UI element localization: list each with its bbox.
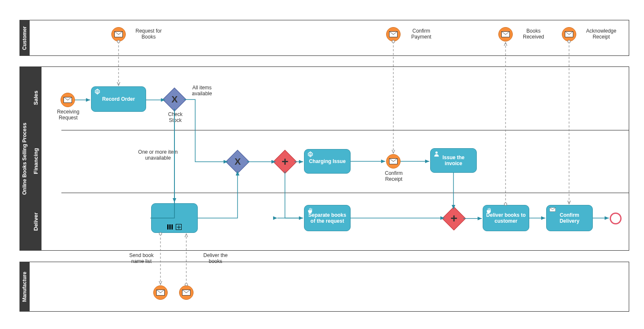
task-label: Deliver books to customer — [486, 212, 526, 224]
message-event-books-received[interactable] — [498, 27, 513, 41]
task-separate-books[interactable]: Separate books of the request — [304, 205, 351, 231]
message-event-acknowledge-receipt[interactable] — [562, 27, 576, 41]
task-issue-invoice[interactable]: Issue the invoice — [430, 148, 477, 173]
task-label: Charging Issue — [309, 158, 346, 164]
x-icon: X — [171, 94, 178, 105]
task-deliver-books[interactable]: Deliver books to customer — [483, 205, 529, 231]
end-event[interactable] — [610, 213, 622, 224]
envelope-icon — [156, 290, 165, 296]
svg-point-1 — [310, 154, 311, 155]
task-label: Confirm Delivery — [549, 212, 590, 224]
envelope-icon — [114, 31, 123, 37]
envelope-icon — [389, 31, 398, 37]
hand-icon — [307, 207, 314, 214]
lane-divider-1 — [61, 130, 629, 130]
label-send-book-list: Send book name list — [124, 252, 158, 264]
lane-divider-2 — [61, 193, 629, 193]
lane-label-sales: Sales — [30, 66, 41, 130]
label-books-received: Books Received — [517, 28, 550, 40]
envelope-icon — [389, 158, 398, 164]
pool-label-manufacture: Manufacture — [19, 262, 30, 312]
task-label: Record Order — [102, 96, 135, 102]
plus-icon: + — [282, 155, 288, 169]
gear-icon — [94, 88, 101, 95]
label-acknowledge-receipt: Acknowledge Receipt — [580, 28, 622, 40]
envelope-icon — [565, 31, 573, 37]
pool-label-process: Online Books Selling Process — [19, 66, 30, 251]
label-deliver-books-msg: Deliver the books — [199, 252, 232, 264]
envelope-icon — [64, 97, 72, 103]
label-confirm-payment: Confirm Payment — [404, 28, 438, 40]
envelope-icon — [182, 290, 191, 296]
label-receiving-request: Receiving Request — [55, 109, 81, 121]
svg-point-2 — [435, 152, 437, 154]
lane-label-financing: Financing — [30, 130, 41, 192]
message-event-send-list[interactable] — [153, 285, 168, 300]
lane-label-deliver: Deliver — [30, 192, 41, 251]
pool-manufacture — [19, 262, 629, 312]
start-event-receiving-request[interactable] — [61, 93, 75, 107]
event-confirm-receipt[interactable] — [386, 154, 401, 169]
subprocess-markers — [167, 224, 182, 230]
task-record-order[interactable]: Record Order — [91, 86, 146, 112]
envelope-icon — [549, 207, 556, 214]
svg-point-0 — [97, 91, 98, 93]
envelope-icon — [501, 31, 510, 37]
plus-icon: + — [451, 212, 457, 225]
label-unavailable: One or more item unavailable — [133, 149, 183, 161]
label-all-available: All items available — [183, 85, 221, 97]
x-icon: X — [235, 156, 241, 167]
task-charging-issue[interactable]: Charging Issue — [304, 149, 351, 174]
label-request-books: Request for Books — [130, 28, 168, 40]
task-subprocess[interactable] — [151, 203, 198, 233]
message-event-confirm-payment[interactable] — [386, 27, 401, 41]
subprocess-marker-icon — [176, 224, 182, 230]
message-event-deliver-books[interactable] — [179, 285, 193, 300]
hand-icon — [486, 207, 492, 214]
task-confirm-delivery[interactable]: Confirm Delivery — [546, 205, 593, 231]
label-confirm-receipt: Confirm Receipt — [383, 170, 404, 182]
gear-icon — [307, 151, 314, 158]
message-event-request-books[interactable] — [111, 27, 126, 41]
task-label: Separate books of the request — [307, 212, 348, 224]
pool-label-customer: Customer — [19, 20, 30, 56]
label-check-stock: Check Stock — [166, 111, 185, 123]
parallel-marker-icon — [167, 224, 173, 229]
user-icon — [433, 150, 440, 157]
